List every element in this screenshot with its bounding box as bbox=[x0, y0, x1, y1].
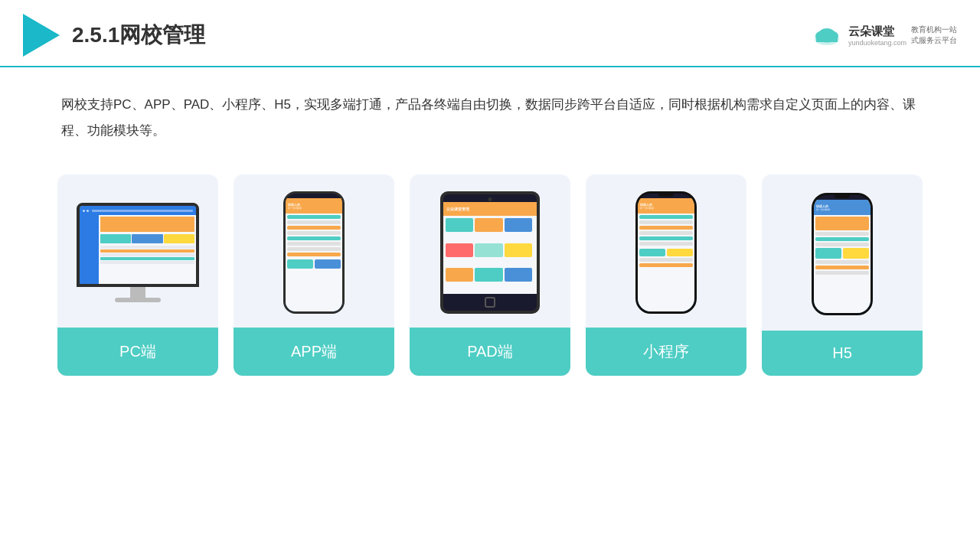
brand-info: 云朵课堂 yunduoketang.com bbox=[848, 24, 906, 47]
h5-phone-icon: 职涯人的 第一堂判断课 bbox=[812, 193, 873, 315]
header-right: 云朵课堂 yunduoketang.com 教育机构一站式服务云平台 bbox=[810, 24, 957, 47]
brand-tagline: 教育机构一站式服务云平台 bbox=[911, 24, 957, 46]
card-miniprogram-image: 职涯人的 第一堂判断课 bbox=[586, 174, 746, 328]
brand-domain: yunduoketang.com bbox=[848, 39, 906, 47]
card-pc: PC端 bbox=[57, 174, 218, 376]
card-pc-image bbox=[57, 174, 218, 328]
pad-tablet-icon: 云朵课堂管理 bbox=[440, 191, 540, 314]
header-left: 2.5.1网校管理 bbox=[23, 14, 205, 57]
cloud-icon bbox=[810, 24, 844, 47]
card-h5-image: 职涯人的 第一堂判断课 bbox=[762, 174, 923, 331]
header: 2.5.1网校管理 云朵课堂 yunduoketang.com 教育机构一站式服… bbox=[0, 0, 980, 67]
card-miniprogram-label: 小程序 bbox=[586, 328, 746, 376]
page-title: 2.5.1网校管理 bbox=[72, 21, 205, 50]
description-text: 网校支持PC、APP、PAD、小程序、H5，实现多端打通，产品各终端自由切换，数… bbox=[0, 67, 980, 159]
card-pad-label: PAD端 bbox=[410, 328, 570, 376]
card-miniprogram: 职涯人的 第一堂判断课 bbox=[586, 174, 746, 376]
card-h5-label: H5 bbox=[762, 331, 923, 376]
card-pc-label: PC端 bbox=[57, 328, 218, 376]
card-h5: 职涯人的 第一堂判断课 bbox=[762, 174, 923, 376]
app-phone-icon: 职涯人的 第一堂判断课 bbox=[283, 191, 345, 314]
pc-monitor-icon bbox=[73, 203, 203, 302]
card-app-image: 职涯人的 第一堂判断课 bbox=[234, 174, 394, 328]
miniprogram-phone-icon: 职涯人的 第一堂判断课 bbox=[635, 191, 697, 314]
logo-triangle-icon bbox=[23, 14, 60, 57]
card-app: 职涯人的 第一堂判断课 bbox=[234, 174, 394, 376]
brand-name: 云朵课堂 bbox=[848, 24, 906, 39]
svg-rect-5 bbox=[816, 36, 838, 42]
brand-logo: 云朵课堂 yunduoketang.com 教育机构一站式服务云平台 bbox=[810, 24, 957, 47]
card-pad-image: 云朵课堂管理 bbox=[410, 174, 570, 328]
card-app-label: APP端 bbox=[234, 328, 394, 376]
card-pad: 云朵课堂管理 bbox=[410, 174, 570, 376]
cards-container: PC端 职涯人的 第一堂判断课 bbox=[0, 159, 980, 399]
